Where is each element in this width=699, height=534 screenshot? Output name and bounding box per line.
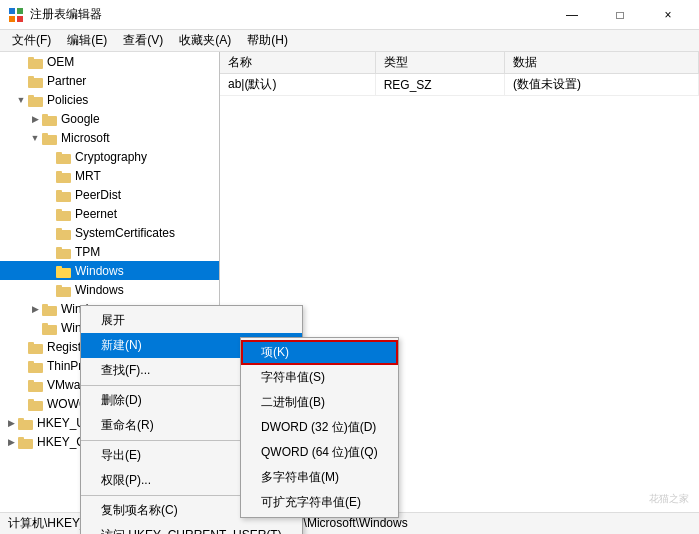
tree-label-peernet: Peernet <box>75 207 117 221</box>
tree-label-windows: Windows <box>75 264 124 278</box>
arrow-windows3: ▶ <box>28 302 42 316</box>
tree-item-tpm[interactable]: TPM <box>0 242 219 261</box>
tree-label-windows2: Windows <box>75 283 124 297</box>
menu-favorites[interactable]: 收藏夹(A) <box>171 30 239 51</box>
ctx-new-label: 新建(N) <box>101 337 142 354</box>
tree-item-oem[interactable]: OEM <box>0 52 219 71</box>
folder-icon-hkcurrentcon <box>18 435 34 449</box>
arrow-vmware <box>14 378 28 392</box>
arrow-mrt <box>42 169 56 183</box>
folder-icon-hkusers <box>18 416 34 430</box>
svg-rect-11 <box>42 114 48 118</box>
arrow-registeredapp <box>14 340 28 354</box>
arrow-systemcerts <box>42 226 56 240</box>
tree-item-peernet[interactable]: Peernet <box>0 204 219 223</box>
ctx-rename-label: 重命名(R) <box>101 417 154 434</box>
svg-rect-35 <box>28 342 34 346</box>
sub-dword-label: DWORD (32 位)值(D) <box>261 420 376 434</box>
arrow-windows <box>42 264 56 278</box>
arrow-wow6432 <box>14 397 28 411</box>
tree-item-microsoft[interactable]: ▼ Microsoft <box>0 128 219 147</box>
title-left: 注册表编辑器 <box>8 6 102 23</box>
svg-rect-7 <box>28 76 34 80</box>
tree-item-policies[interactable]: ▼ Policies <box>0 90 219 109</box>
svg-rect-29 <box>56 285 62 289</box>
ctx-visit[interactable]: 访问 HKEY_CURRENT_USER(T) <box>81 523 302 534</box>
arrow-hkusers: ▶ <box>4 416 18 430</box>
svg-rect-5 <box>28 57 34 61</box>
folder-icon-cryptography <box>56 150 72 164</box>
svg-rect-23 <box>56 228 62 232</box>
arrow-oem <box>14 55 28 69</box>
arrow-windows2 <box>42 283 56 297</box>
tree-label-microsoft: Microsoft <box>61 131 110 145</box>
tree-item-partner[interactable]: Partner <box>0 71 219 90</box>
svg-rect-0 <box>9 8 15 14</box>
arrow-hkcurrentcon: ▶ <box>4 435 18 449</box>
svg-rect-37 <box>28 361 34 365</box>
svg-rect-21 <box>56 209 62 213</box>
ctx-expand[interactable]: 展开 <box>81 308 302 333</box>
svg-rect-15 <box>56 152 62 156</box>
sub-key[interactable]: 项(K) <box>241 340 398 365</box>
folder-icon-google <box>42 112 58 126</box>
menu-file[interactable]: 文件(F) <box>4 30 59 51</box>
maximize-button[interactable]: □ <box>597 0 643 30</box>
title-buttons: — □ × <box>549 0 691 30</box>
folder-icon-oem <box>28 55 44 69</box>
folder-icon-peerdist <box>56 188 72 202</box>
folder-icon-windows <box>56 264 72 278</box>
tree-item-cryptography[interactable]: Cryptography <box>0 147 219 166</box>
app-icon <box>8 7 24 23</box>
tree-label-google: Google <box>61 112 100 126</box>
ctx-export-label: 导出(E) <box>101 447 141 464</box>
svg-rect-27 <box>56 266 62 270</box>
sub-dword[interactable]: DWORD (32 位)值(D) <box>241 415 398 440</box>
folder-icon-systemcerts <box>56 226 72 240</box>
ctx-delete-label: 删除(D) <box>101 392 142 409</box>
arrow-policies: ▼ <box>14 93 28 107</box>
sub-expandstring[interactable]: 可扩充字符串值(E) <box>241 490 398 515</box>
folder-icon-peernet <box>56 207 72 221</box>
cell-name: ab|(默认) <box>220 74 375 96</box>
tree-item-systemcerts[interactable]: SystemCertificates <box>0 223 219 242</box>
table-row[interactable]: ab|(默认) REG_SZ (数值未设置) <box>220 74 699 96</box>
menu-bar: 文件(F) 编辑(E) 查看(V) 收藏夹(A) 帮助(H) <box>0 30 699 52</box>
tree-item-peerdist[interactable]: PeerDist <box>0 185 219 204</box>
folder-icon-windows4 <box>42 321 58 335</box>
sub-expandstring-label: 可扩充字符串值(E) <box>261 495 361 509</box>
sub-qword[interactable]: QWORD (64 位)值(Q) <box>241 440 398 465</box>
sub-multistring[interactable]: 多字符串值(M) <box>241 465 398 490</box>
tree-label-mrt: MRT <box>75 169 101 183</box>
folder-icon-partner <box>28 74 44 88</box>
ctx-copyname-label: 复制项名称(C) <box>101 502 178 519</box>
menu-edit[interactable]: 编辑(E) <box>59 30 115 51</box>
sub-binary[interactable]: 二进制值(B) <box>241 390 398 415</box>
tree-item-windows[interactable]: Windows <box>0 261 219 280</box>
svg-rect-33 <box>42 323 48 327</box>
ctx-visit-label: 访问 HKEY_CURRENT_USER(T) <box>101 527 282 534</box>
tree-item-windows2[interactable]: Windows <box>0 280 219 299</box>
minimize-button[interactable]: — <box>549 0 595 30</box>
cell-data: (数值未设置) <box>505 74 699 96</box>
arrow-windows4 <box>28 321 42 335</box>
svg-rect-25 <box>56 247 62 251</box>
close-button[interactable]: × <box>645 0 691 30</box>
folder-icon-windows2 <box>56 283 72 297</box>
tree-item-google[interactable]: ▶ Google <box>0 109 219 128</box>
tree-item-mrt[interactable]: MRT <box>0 166 219 185</box>
folder-icon-microsoft <box>42 131 58 145</box>
arrow-cryptography <box>42 150 56 164</box>
svg-rect-19 <box>56 190 62 194</box>
tree-label-systemcerts: SystemCertificates <box>75 226 175 240</box>
sub-key-label: 项(K) <box>261 345 289 359</box>
menu-help[interactable]: 帮助(H) <box>239 30 296 51</box>
tree-label-policies: Policies <box>47 93 88 107</box>
svg-rect-31 <box>42 304 48 308</box>
sub-string[interactable]: 字符串值(S) <box>241 365 398 390</box>
svg-rect-13 <box>42 133 48 137</box>
svg-rect-17 <box>56 171 62 175</box>
ctx-find-label: 查找(F)... <box>101 362 150 379</box>
sub-qword-label: QWORD (64 位)值(Q) <box>261 445 378 459</box>
menu-view[interactable]: 查看(V) <box>115 30 171 51</box>
